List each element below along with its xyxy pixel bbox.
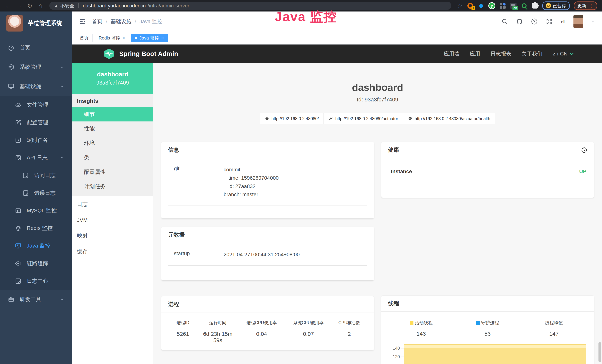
chevron-down-icon xyxy=(60,297,64,302)
extension-icon-grid[interactable] xyxy=(499,2,506,10)
sba-item-config-props[interactable]: 配置属性 xyxy=(72,165,153,179)
breadcrumb: 首页 / 基础设施 / Java 监控 xyxy=(92,18,162,25)
sidebar-item-api-log[interactable]: API 日志 xyxy=(0,149,72,167)
threads-card: 线程 活动线程 143 守护进程 53 xyxy=(381,296,594,364)
home-icon[interactable]: ⌂ xyxy=(36,1,45,10)
sidebar-item-files[interactable]: 文件管理 xyxy=(0,96,72,114)
forward-icon[interactable]: → xyxy=(14,1,24,10)
row-underline xyxy=(388,181,587,181)
sba-item-environment[interactable]: 环境 xyxy=(72,136,153,150)
tab-redis-monitor[interactable]: Redis 监控 × xyxy=(95,34,129,42)
sba-item-scheduled-tasks[interactable]: 计划任务 xyxy=(72,179,153,194)
fullscreen-icon[interactable] xyxy=(546,18,552,25)
breadcrumb-infra[interactable]: 基础设施 xyxy=(111,18,131,25)
instance-id: 93a3fc7f7409 xyxy=(97,80,129,86)
legend-swatch-blue xyxy=(476,321,480,325)
back-icon[interactable]: ← xyxy=(3,1,13,10)
not-secure-warning-icon: ▲ xyxy=(54,3,59,9)
sidebar-menu: 首页 系统管理 基础设施 文件管理 配置管理 xyxy=(0,38,72,309)
service-url-button[interactable]: http://192.168.0.2:48080/ xyxy=(260,113,324,124)
instance-links: http://192.168.0.2:48080/ http://192.168… xyxy=(153,113,602,124)
font-size-icon[interactable]: тT xyxy=(561,18,565,25)
close-icon[interactable]: × xyxy=(122,36,125,40)
info-value: commit: time: 1596289704000 id: 27aa832 … xyxy=(224,166,367,199)
hamburger-icon[interactable] xyxy=(79,18,86,25)
sba-item-logs[interactable]: 日志 xyxy=(72,196,153,212)
sidebar-item-home[interactable]: 首页 xyxy=(0,38,72,57)
legend-label: 活动线程 xyxy=(415,320,433,326)
tab-home[interactable]: 首页 xyxy=(76,34,93,42)
github-icon[interactable] xyxy=(516,18,523,25)
profile-paused-chip[interactable]: 已暂停 xyxy=(542,1,570,10)
sba-item-jvm[interactable]: JVM xyxy=(72,212,153,228)
extension-icon-y[interactable]: y xyxy=(488,2,496,10)
sidebar-item-redis[interactable]: Redis 监控 xyxy=(0,219,72,237)
sidebar-item-dev-tools[interactable]: 研发工具 xyxy=(0,290,72,309)
close-icon[interactable]: × xyxy=(161,36,164,40)
extension-icon-magnifier[interactable] xyxy=(520,2,528,10)
sidebar-item-system[interactable]: 系统管理 xyxy=(0,57,72,77)
history-icon[interactable] xyxy=(581,147,587,153)
sba-nav-about[interactable]: 关于我们 xyxy=(522,50,542,57)
reload-icon[interactable]: ↻ xyxy=(25,1,34,10)
health-url-button[interactable]: http://192.168.0.2:48080/actuator/health xyxy=(403,113,495,124)
tab-java-monitor[interactable]: Java 监控 × xyxy=(131,34,168,42)
sba-item-details[interactable]: 细节 xyxy=(72,107,153,121)
avatar[interactable] xyxy=(573,15,583,28)
extension-badge: 1 xyxy=(472,6,475,10)
health-row-instance[interactable]: Instance UP xyxy=(388,166,587,174)
sidebar-item-java-monitor[interactable]: Java 监控 xyxy=(0,237,72,255)
extensions-puzzle-icon[interactable] xyxy=(531,2,539,10)
sidebar-item-config[interactable]: 配置管理 xyxy=(0,114,72,131)
sba-instance-header[interactable]: dashboard 93a3fc7f7409 xyxy=(72,63,153,94)
legend-swatch-yellow xyxy=(410,321,413,325)
sidebar-item-tracing[interactable]: 链路追踪 xyxy=(0,255,72,272)
sba-logo-icon xyxy=(103,48,115,60)
sidebar-item-log-center[interactable]: 日志中心 xyxy=(0,272,72,290)
sba-nav-applications[interactable]: 应用 xyxy=(470,50,480,57)
process-card: 进程 进程ID 5261 运行时间 6d 23h 15m 59s xyxy=(161,296,374,350)
bookmark-star-icon[interactable]: ☆ xyxy=(457,2,462,9)
extension-icon-pin[interactable] xyxy=(477,2,485,10)
actuator-url-button[interactable]: http://192.168.0.2:48080/actuator xyxy=(323,113,403,124)
url-separator xyxy=(78,3,79,8)
metadata-value: 2021-04-27T00:44:31.254+08:00 xyxy=(224,250,367,259)
sidebar-item-infra[interactable]: 基础设施 xyxy=(0,77,72,96)
card-header: 线程 xyxy=(381,296,594,312)
sidebar-item-mysql[interactable]: MySQL 监控 xyxy=(0,202,72,219)
sba-brand[interactable]: Spring Boot Admin xyxy=(103,48,178,60)
breadcrumb-home[interactable]: 首页 xyxy=(92,18,103,25)
sidebar-item-access-log[interactable]: 访问日志 xyxy=(0,167,72,184)
sba-navbar: Spring Boot Admin 应用墙 应用 日志报表 关于我们 zh-CN xyxy=(72,44,602,63)
help-icon[interactable] xyxy=(531,18,538,25)
caret-down-icon[interactable] xyxy=(591,20,595,23)
search-icon[interactable] xyxy=(501,18,508,25)
sba-item-metrics[interactable]: 性能 xyxy=(72,121,153,136)
legend-peak-threads: 线程峰值 147 xyxy=(521,320,587,337)
sba-item-classes[interactable]: 类 xyxy=(72,150,153,165)
cell-value: 5261 xyxy=(168,331,198,337)
sba-nav-wallboard[interactable]: 应用墙 xyxy=(444,50,459,57)
sba-nav-journal[interactable]: 日志报表 xyxy=(491,50,511,57)
sidebar-item-jobs[interactable]: 定时任务 xyxy=(0,131,72,149)
stack-icon xyxy=(15,225,22,232)
sba-item-caches[interactable]: 缓存 xyxy=(72,244,153,259)
card-body: startup 2021-04-27T00:44:31.254+08:00 xyxy=(161,243,374,274)
sba-locale-select[interactable]: zh-CN xyxy=(553,51,574,57)
address-bar[interactable]: ▲ 不安全 dashboard.yudao.iocoder.cn/infra/a… xyxy=(49,2,451,10)
scrollbar-thumb[interactable] xyxy=(599,342,601,362)
card-header: 信息 xyxy=(161,142,374,158)
sba-content: dashboard Id: 93a3fc7f7409 http://192.16… xyxy=(153,63,602,364)
sba-item-mappings[interactable]: 映射 xyxy=(72,228,153,244)
page-instance-id: Id: 93a3fc7f7409 xyxy=(153,96,602,103)
column-header: CPU核心数 xyxy=(331,320,367,326)
extension-icon-orange[interactable]: 1 xyxy=(466,2,474,10)
legend-label: 守护进程 xyxy=(481,320,499,326)
chrome-update-button[interactable]: 更新 ⋮ xyxy=(574,1,597,10)
info-card: 信息 git commit: time: 1596289704000 id: 2… xyxy=(161,142,374,218)
log-icon xyxy=(22,190,29,196)
sidebar-item-error-log[interactable]: 错误日志 xyxy=(0,184,72,202)
app-logo-row[interactable]: 芋道管理系统 xyxy=(0,11,72,34)
threads-chart: 140 120 100 xyxy=(388,343,587,364)
extension-icon-switch[interactable]: on xyxy=(509,2,517,10)
